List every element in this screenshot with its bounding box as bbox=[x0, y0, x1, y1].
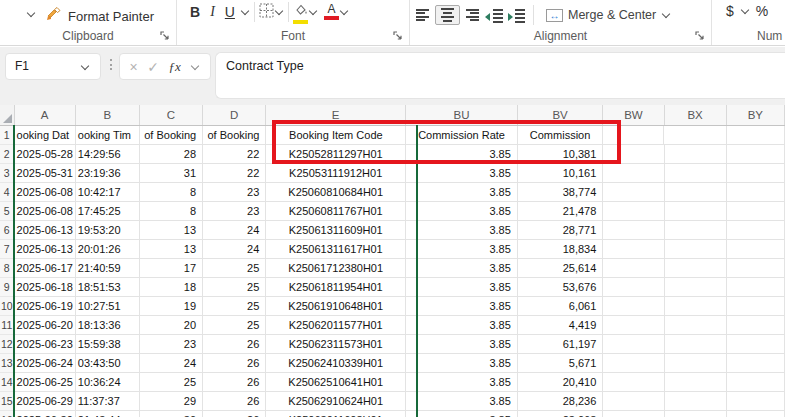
paste-chevron-down-icon[interactable] bbox=[27, 9, 35, 17]
currency-chevron-down-icon[interactable] bbox=[741, 6, 749, 14]
cell-BW13[interactable] bbox=[603, 354, 664, 373]
cell-BU10[interactable]: 3.85 bbox=[406, 297, 518, 316]
cell-B10[interactable]: 10:27:51 bbox=[76, 297, 140, 316]
cell-BX2[interactable] bbox=[665, 145, 727, 164]
cell-E11[interactable]: K25062011577H01 bbox=[266, 316, 406, 335]
cell-D15[interactable]: 26 bbox=[203, 392, 266, 411]
cell-C8[interactable]: 17 bbox=[140, 259, 203, 278]
cell-BV4[interactable]: 38,774 bbox=[518, 183, 604, 202]
cell-E10[interactable]: K25061910648H01 bbox=[266, 297, 406, 316]
cell-C2[interactable]: 28 bbox=[140, 145, 203, 164]
column-header-B[interactable]: B bbox=[76, 105, 140, 125]
cell-BW3[interactable] bbox=[603, 164, 664, 183]
align-right-icon[interactable] bbox=[464, 8, 481, 22]
cell-BX14[interactable] bbox=[665, 373, 727, 392]
cell-A14[interactable]: 2025-06-25 bbox=[15, 373, 76, 392]
cell-BX1[interactable] bbox=[664, 126, 726, 145]
cell-BW16[interactable] bbox=[603, 411, 664, 417]
cell-D3[interactable]: 22 bbox=[203, 164, 266, 183]
cell-BV6[interactable]: 28,771 bbox=[518, 221, 604, 240]
cell-C9[interactable]: 18 bbox=[140, 278, 203, 297]
cell-BV15[interactable]: 28,236 bbox=[518, 392, 604, 411]
name-box[interactable]: F1 bbox=[5, 53, 101, 80]
cell-B12[interactable]: 15:59:38 bbox=[76, 335, 140, 354]
cell-A4[interactable]: 2025-06-08 bbox=[15, 183, 76, 202]
cell-E4[interactable]: K25060810684H01 bbox=[266, 183, 406, 202]
format-painter-button[interactable]: Format Painter bbox=[46, 7, 154, 26]
cell-BX13[interactable] bbox=[665, 354, 727, 373]
cell-B4[interactable]: 10:42:17 bbox=[76, 183, 140, 202]
cell-D4[interactable]: 23 bbox=[203, 183, 266, 202]
cell-E6[interactable]: K25061311609H01 bbox=[266, 221, 406, 240]
cell-BW12[interactable] bbox=[603, 335, 664, 354]
enter-icon[interactable]: ✓ bbox=[147, 59, 159, 75]
cell-A13[interactable]: 2025-06-24 bbox=[15, 354, 76, 373]
cell-BU3[interactable]: 3.85 bbox=[406, 164, 518, 183]
fill-color-icon[interactable] bbox=[293, 1, 308, 24]
cell-BU4[interactable]: 3.85 bbox=[406, 183, 518, 202]
cell-BU12[interactable]: 3.85 bbox=[406, 335, 518, 354]
cell-C11[interactable]: 20 bbox=[140, 316, 203, 335]
column-header-A[interactable]: A bbox=[15, 105, 76, 125]
cell-B11[interactable]: 18:13:36 bbox=[76, 316, 140, 335]
cell-D10[interactable]: 25 bbox=[203, 297, 266, 316]
cell-E14[interactable]: K25062510641H01 bbox=[266, 373, 406, 392]
cell-BY14[interactable] bbox=[727, 373, 785, 392]
cell-BX5[interactable] bbox=[665, 202, 727, 221]
cell-B9[interactable]: 18:51:53 bbox=[76, 278, 140, 297]
cell-B5[interactable]: 17:45:25 bbox=[76, 202, 140, 221]
formula-chevron-down-icon[interactable] bbox=[191, 61, 199, 69]
increase-indent-icon[interactable] bbox=[507, 8, 525, 22]
cell-BX9[interactable] bbox=[665, 278, 727, 297]
cell-BV13[interactable]: 5,671 bbox=[518, 354, 604, 373]
cell-BW4[interactable] bbox=[603, 183, 664, 202]
column-header-BY[interactable]: BY bbox=[727, 105, 785, 125]
cell-C10[interactable]: 19 bbox=[140, 297, 203, 316]
cell-BU8[interactable]: 3.85 bbox=[406, 259, 518, 278]
cell-A6[interactable]: 2025-06-13 bbox=[15, 221, 76, 240]
cell-A5[interactable]: 2025-06-08 bbox=[15, 202, 76, 221]
cell-BV16[interactable]: 23,068 bbox=[518, 411, 604, 417]
cell-BY3[interactable] bbox=[727, 164, 785, 183]
cell-B7[interactable]: 20:01:26 bbox=[76, 240, 140, 259]
cell-A8[interactable]: 2025-06-17 bbox=[15, 259, 76, 278]
cell-C15[interactable]: 29 bbox=[140, 392, 203, 411]
cell-BW10[interactable] bbox=[603, 297, 664, 316]
cell-D6[interactable]: 24 bbox=[203, 221, 266, 240]
cell-BX10[interactable] bbox=[665, 297, 727, 316]
formula-input[interactable]: Contract Type bbox=[215, 52, 785, 99]
percent-format-button[interactable]: % bbox=[756, 3, 768, 19]
cell-B2[interactable]: 14:29:56 bbox=[76, 145, 140, 164]
cell-BV10[interactable]: 6,061 bbox=[518, 297, 604, 316]
cell-BX3[interactable] bbox=[665, 164, 727, 183]
paste-button[interactable]: Paste bbox=[6, 0, 39, 3]
cell-D1[interactable]: of Booking bbox=[203, 126, 266, 145]
cell-E3[interactable]: K25053111912H01 bbox=[266, 164, 406, 183]
cell-BU14[interactable]: 3.85 bbox=[406, 373, 518, 392]
cell-BY13[interactable] bbox=[727, 354, 785, 373]
cell-D2[interactable]: 22 bbox=[203, 145, 266, 164]
cell-BU9[interactable]: 3.85 bbox=[406, 278, 518, 297]
borders-icon[interactable] bbox=[259, 3, 274, 22]
cell-BY1[interactable] bbox=[727, 126, 785, 145]
cell-BY11[interactable] bbox=[727, 316, 785, 335]
cell-D16[interactable]: 26 bbox=[203, 411, 266, 417]
cell-B3[interactable]: 23:19:36 bbox=[76, 164, 140, 183]
cell-A7[interactable]: 2025-06-13 bbox=[15, 240, 76, 259]
cell-BV11[interactable]: 4,419 bbox=[518, 316, 604, 335]
cell-A12[interactable]: 2025-06-23 bbox=[15, 335, 76, 354]
cell-BY8[interactable] bbox=[727, 259, 785, 278]
cell-BV3[interactable]: 10,161 bbox=[518, 164, 604, 183]
cell-D12[interactable]: 26 bbox=[203, 335, 266, 354]
cell-BX16[interactable] bbox=[665, 411, 727, 417]
clipboard-dialog-launcher-icon[interactable] bbox=[160, 31, 170, 41]
cell-BY6[interactable] bbox=[727, 221, 785, 240]
underline-button[interactable]: U bbox=[220, 4, 240, 20]
cell-E16[interactable]: K25063011608H01 bbox=[266, 411, 406, 417]
cell-A16[interactable]: 2025-06-30 bbox=[15, 411, 76, 417]
cell-BX4[interactable] bbox=[665, 183, 727, 202]
cell-A1[interactable]: ooking Dat bbox=[15, 126, 76, 145]
cell-BX11[interactable] bbox=[665, 316, 727, 335]
column-header-D[interactable]: D bbox=[203, 105, 266, 125]
cell-BU13[interactable]: 3.85 bbox=[406, 354, 518, 373]
